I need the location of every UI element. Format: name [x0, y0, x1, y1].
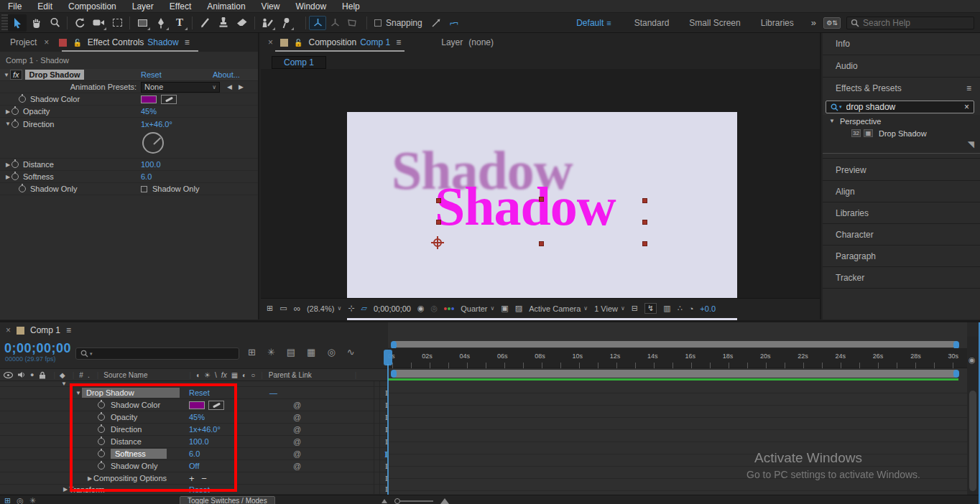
adjustment-switch-icon[interactable]: ▦ [231, 371, 238, 379]
flowchart-button-icon[interactable]: ∴ [678, 304, 683, 313]
clone-stamp-tool-button[interactable] [214, 14, 233, 32]
snapping-checkbox[interactable] [374, 19, 382, 27]
motion-blur-switch-icon[interactable]: \ [215, 371, 217, 379]
view-layout-dropdown[interactable]: 1 View∨ [594, 304, 625, 313]
timeline-zoom-slider-knob[interactable] [394, 498, 400, 504]
group-collapse-arrow[interactable]: ▼ [828, 118, 836, 124]
timeline-search-input[interactable] [94, 348, 216, 359]
collapse-switch-icon[interactable]: ☀ [204, 371, 211, 379]
selection-handle[interactable] [436, 198, 441, 203]
menu-composition[interactable]: Composition [60, 1, 124, 11]
solo-column-icon[interactable]: ● [30, 371, 34, 378]
timeline-zoom-slider-track[interactable] [400, 500, 433, 502]
panel-resize-corner-icon[interactable]: ◥ [968, 139, 974, 149]
menu-window[interactable]: Window [287, 1, 334, 11]
workspace-tab-small-screen[interactable]: Small Screen [679, 18, 750, 28]
camera-tool-button[interactable] [89, 14, 108, 32]
region-of-interest-icon[interactable]: ▣ [501, 304, 508, 313]
menu-view[interactable]: View [254, 1, 288, 11]
current-timecode[interactable]: 0;00;00;00 [4, 341, 71, 356]
composition-tab-title[interactable]: Composition [309, 37, 357, 47]
zoom-tool-button[interactable] [45, 14, 64, 32]
info-panel-header[interactable]: Info [823, 33, 980, 55]
panel-menu-icon[interactable]: ≡ [185, 37, 190, 47]
pick-whip-icon[interactable]: @ [293, 462, 301, 470]
effect-about-button[interactable]: About... [213, 70, 240, 79]
primary-viewer-icon[interactable]: ▭ [279, 304, 287, 313]
effect-name-label[interactable]: Drop Shadow [25, 70, 85, 80]
libraries-panel-header[interactable]: Libraries [823, 202, 980, 223]
group-expand-arrow[interactable]: ▶ [62, 486, 69, 493]
parent-link-column-header[interactable]: Parent & Link [269, 371, 312, 379]
hand-tool-button[interactable] [27, 14, 45, 32]
workspace-tab-libraries[interactable]: Libraries [751, 18, 804, 28]
audio-column-icon[interactable] [17, 371, 25, 378]
magnification-dropdown[interactable]: (28.4%)∨ [307, 304, 341, 313]
preset-next-arrow-icon[interactable]: ▶ [239, 83, 244, 90]
workspace-manager-icon[interactable]: ⚙⇅ [823, 17, 841, 29]
fx-switch-icon[interactable]: fx [221, 371, 227, 379]
softness-value[interactable]: 6.0 [141, 172, 152, 181]
animation-presets-dropdown[interactable]: None ∨ [141, 82, 220, 93]
grid-guides-icon[interactable]: ⊹ [348, 304, 354, 313]
pick-whip-icon[interactable]: @ [293, 449, 301, 458]
lock-column-icon[interactable] [39, 371, 46, 379]
distance-expand-arrow[interactable]: ▶ [4, 162, 11, 168]
panel-lock-icon[interactable]: 🔓 [73, 39, 81, 47]
panel-menu-icon[interactable]: ≡ [966, 83, 971, 93]
anchor-point-icon[interactable] [433, 238, 442, 247]
number-column-header[interactable]: # [79, 371, 83, 379]
parent-link-value[interactable]: — [269, 388, 277, 397]
paragraph-panel-header[interactable]: Paragraph [823, 246, 980, 266]
frame-blend-all-icon[interactable]: ◎ [17, 496, 24, 504]
selection-handle[interactable] [436, 220, 441, 225]
menu-layer[interactable]: Layer [124, 1, 162, 11]
snapshot-camera-icon[interactable]: ◉ [417, 304, 425, 313]
pick-whip-icon[interactable]: @ [293, 425, 301, 434]
channel-dots-icon[interactable] [444, 307, 454, 310]
resolution-dropdown[interactable]: Quarter∨ [461, 304, 494, 313]
workspace-tab-default[interactable]: Default [566, 18, 606, 28]
quality-switch-icon[interactable]: ◐ [242, 371, 246, 379]
vertical-scroll-thumb[interactable] [969, 391, 976, 491]
effect-controls-tab-title[interactable]: Effect Controls [88, 37, 144, 47]
threed-switch-icon[interactable]: ○ [251, 371, 255, 379]
rotation-tool-button[interactable] [70, 14, 89, 32]
work-area-bar[interactable] [392, 370, 958, 378]
workspace-tab-standard[interactable]: Standard [624, 18, 680, 28]
fx-badge[interactable]: fx [10, 70, 22, 80]
pen-tool-button[interactable] [152, 14, 170, 32]
project-tab-close-icon[interactable]: × [44, 37, 49, 47]
view-axis-mode-button[interactable] [343, 16, 361, 30]
comp-viewer-tab[interactable]: Comp 1 [272, 56, 326, 69]
effect-reset-button[interactable]: Reset [141, 70, 162, 79]
share-view-icon[interactable]: ⊟ [632, 304, 638, 313]
direction-value[interactable]: 1x+46.0° [141, 120, 172, 129]
stopwatch-icon[interactable] [11, 161, 19, 168]
motion-blur-all-icon[interactable]: ✳ [29, 496, 36, 504]
exposure-value[interactable]: +0.0 [700, 304, 716, 313]
time-ruler[interactable]: 0s 02s 04s 06s 08s 10s 12s 14s 16s 18s 2… [388, 348, 967, 368]
pick-whip-icon[interactable]: @ [293, 437, 301, 446]
drop-shadow-result-row[interactable]: 32 ▦ Drop Shadow [823, 127, 980, 139]
layer-tab[interactable]: Layer [441, 37, 463, 47]
character-panel-header[interactable]: Character [823, 224, 980, 245]
motion-blur-icon[interactable]: ◎ [327, 347, 335, 358]
direction-dial[interactable] [142, 132, 164, 154]
label-column-icon[interactable]: ◆ [60, 371, 65, 379]
world-axis-mode-button[interactable] [326, 16, 343, 30]
zoom-out-timeline-icon[interactable] [382, 499, 387, 503]
audio-panel-header[interactable]: Audio [823, 55, 980, 77]
source-name-column-header[interactable]: Source Name [103, 371, 147, 379]
panel-menu-icon[interactable]: ≡ [396, 37, 401, 47]
selection-handle[interactable] [642, 241, 647, 246]
pick-whip-icon[interactable]: @ [293, 401, 301, 409]
pan-behind-tool-button[interactable] [108, 14, 126, 32]
composition-tab-close-icon[interactable]: × [261, 37, 273, 47]
project-tab[interactable]: Project [0, 37, 44, 47]
help-search-input[interactable] [863, 18, 956, 28]
workspace-default-menu-icon[interactable]: ≡ [606, 19, 611, 27]
selection-handle[interactable] [642, 198, 647, 203]
type-tool-button[interactable]: T [170, 14, 189, 32]
clear-search-icon[interactable]: × [964, 102, 969, 112]
